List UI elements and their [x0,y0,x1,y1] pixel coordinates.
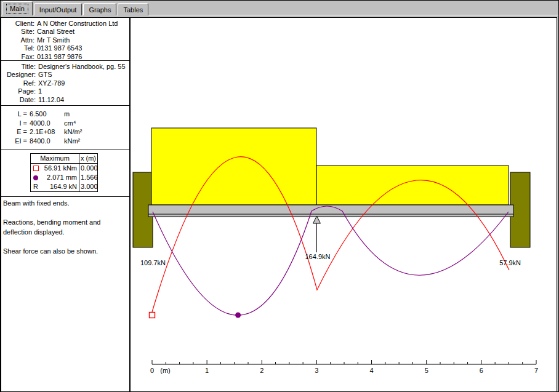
property-row-E: E = 2.1E+08 kN/m² [1,127,129,137]
property-value: 4000.0 [30,119,62,128]
udl-block-right-span [316,166,509,205]
ref-row: Ref: XYZ-789 [1,79,129,87]
x-axis-tick-labels: 01234567 [150,367,538,374]
svg-text:7: 7 [534,367,538,374]
svg-text:5: 5 [425,367,428,374]
max-moment-value: 56.91 kNm [41,164,79,173]
property-value: 8400.0 [30,137,62,146]
field-value: Canal Street [37,28,129,36]
notes-section: Beam with fixed ends. Reactions, bending… [1,197,129,258]
property-unit: kNm² [64,137,129,146]
tab-bar: Main Input/Output Graphs Tables [2,1,150,15]
tab-main[interactable]: Main [2,1,33,15]
property-label: L = [1,110,27,119]
tab-tables-label: Tables [123,6,143,14]
field-value: 0131 987 9876 [37,53,129,61]
property-value: 6.500 [30,110,62,119]
maximum-table: Maximum x (m) 56.91 kNm 0.000 2.071 mm 1… [30,153,98,192]
tab-main-label: Main [6,4,28,14]
field-value: 0131 987 6543 [37,44,129,52]
tab-graphs-label: Graphs [89,6,111,14]
max-deflection-x: 1.566 [79,173,97,182]
property-row-I: I = 4000.0 cm⁴ [1,119,129,128]
max-moment-marker [150,313,155,318]
attn-row: Attn: Mr T Smith [1,36,129,44]
tab-input-output[interactable]: Input/Output [34,3,82,15]
field-value: 11.12.04 [38,96,129,104]
max-deflection-value: 2.071 mm [41,173,79,182]
x-axis-ticks [152,360,536,364]
svg-text:1: 1 [205,367,209,374]
field-value: Designer's Handbook, pg. 55 [38,63,129,71]
max-deflection-marker [235,313,241,318]
x-column-header: x (m) [79,154,97,164]
property-label: I = [1,119,27,128]
info-panel: Client: A N Other Construction Ltd Site:… [1,17,130,392]
deflection-curve [153,206,509,315]
tab-tables[interactable]: Tables [118,3,148,15]
note-line [3,209,127,218]
property-unit: cm⁴ [64,119,129,128]
field-label: Site: [1,28,34,36]
red-square-icon [33,166,39,171]
field-label: Page: [1,87,36,95]
tab-input-output-label: Input/Output [39,6,77,14]
field-label: Attn: [1,36,34,44]
tab-graphs[interactable]: Graphs [83,3,116,15]
maximum-header: Maximum [31,154,79,164]
purple-dot-icon [33,175,38,180]
reaction-label-left: 109.7kN [140,259,166,266]
reaction-arrow-head-icon [313,216,321,223]
property-value: 2.1E+08 [30,127,62,137]
site-row: Site: Canal Street [1,28,129,36]
tel-row: Tel: 0131 987 6543 [1,44,129,52]
deflection-marker-cell [31,173,41,182]
svg-text:0: 0 [150,367,154,374]
date-row: Date: 11.12.04 [1,96,129,104]
field-value: GTS [38,71,129,79]
property-row-L: L = 6.500 m [1,110,129,119]
project-info-section: Title: Designer's Handbook, pg. 55 Desig… [1,61,129,106]
reaction-label-right: 57.9kN [499,259,521,266]
field-value: 1 [38,87,129,95]
property-unit: kN/m² [64,127,129,137]
reaction-label-middle: 164.9kN [305,253,331,260]
client-info-section: Client: A N Other Construction Ltd Site:… [1,18,129,61]
note-line [3,237,127,247]
page-row: Page: 1 [1,87,129,95]
client-row: Client: A N Other Construction Ltd [1,20,129,28]
beam-diagram: 109.7kN 164.9kN 57.9kN 01234567 (m) [131,18,557,391]
field-label: Designer: [1,71,36,79]
app-window: Main Input/Output Graphs Tables Client: … [0,0,559,392]
field-label: Ref: [1,79,36,87]
property-row-EI: EI = 8400.0 kNm² [1,137,129,146]
note-line: Beam with fixed ends. [3,199,127,209]
field-label: Fax: [1,53,34,61]
title-row: Title: Designer's Handbook, pg. 55 [1,63,129,71]
svg-text:4: 4 [370,367,374,374]
field-value: A N Other Construction Ltd [37,20,129,28]
x-axis-unit-label: (m) [160,367,171,374]
fax-row: Fax: 0131 987 9876 [1,53,129,61]
udl-block-left-span [151,128,316,205]
max-reaction-x: 3.000 [79,182,97,191]
note-line: Shear force can also be shown. [3,247,127,257]
max-moment-x: 0.000 [79,164,97,173]
field-label: Date: [1,96,36,104]
field-value: Mr T Smith [37,36,129,44]
beam-diagram-panel: 109.7kN 164.9kN 57.9kN 01234567 (m) [130,17,557,392]
maximum-section: Maximum x (m) 56.91 kNm 0.000 2.071 mm 1… [1,150,129,197]
svg-text:6: 6 [480,367,483,374]
property-label: EI = [1,137,27,146]
svg-text:2: 2 [260,367,263,374]
note-line: deflection displayed. [3,228,127,238]
max-reaction-value: 164.9 kN [41,182,79,191]
moment-marker-cell [31,164,41,173]
property-label: E = [1,127,27,137]
svg-text:3: 3 [315,367,318,374]
field-label: Tel: [1,44,34,52]
designer-row: Designer: GTS [1,71,129,79]
note-line: Reactions, bending moment and [3,218,127,228]
field-label: Client: [1,20,34,28]
field-value: XYZ-789 [38,79,129,87]
